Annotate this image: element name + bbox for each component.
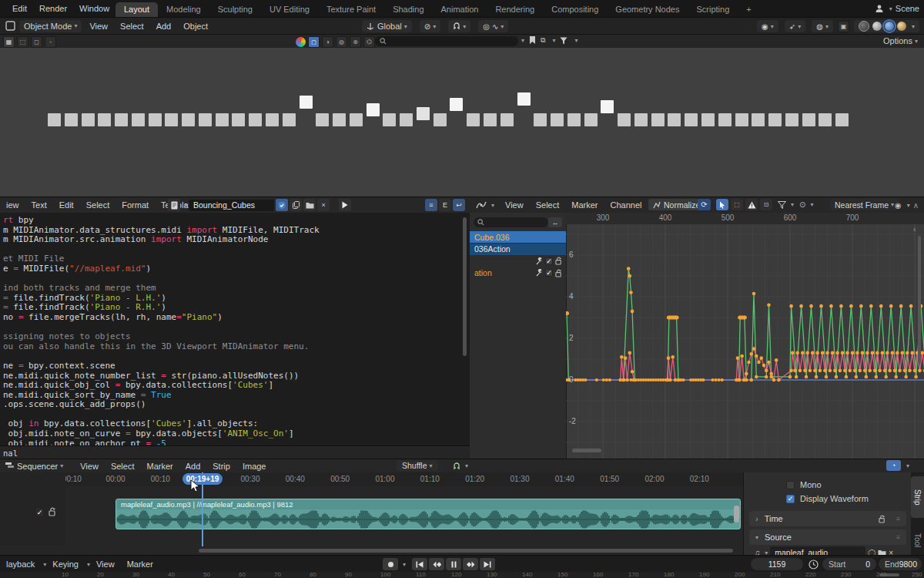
- chevron-down-icon[interactable]: ▾: [552, 37, 555, 44]
- cube[interactable]: [819, 113, 832, 126]
- editor-type-icon[interactable]: [5, 21, 15, 31]
- search-input[interactable]: [375, 36, 518, 46]
- text-name-field[interactable]: Bouncing_Cubes: [189, 200, 274, 211]
- warning-icon[interactable]: [745, 199, 758, 210]
- workspace-tab-animation[interactable]: Animation: [433, 2, 487, 17]
- text-menu-edit[interactable]: Edit: [53, 200, 80, 210]
- sequencer-label[interactable]: Sequencer: [17, 462, 58, 471]
- normalize-button[interactable]: Normalize: [648, 199, 705, 210]
- workspace-tab-texture-paint[interactable]: Texture Paint: [318, 2, 384, 17]
- cube[interactable]: [785, 113, 798, 126]
- clock-icon[interactable]: [808, 560, 819, 570]
- strip-handle[interactable]: [734, 506, 739, 523]
- graph-menu-marker[interactable]: Marker: [565, 200, 604, 210]
- channel-row-group[interactable]: ✓: [470, 255, 566, 267]
- viewport-menu-object[interactable]: Object: [177, 22, 214, 31]
- cube[interactable]: [484, 113, 497, 126]
- cube[interactable]: [149, 113, 162, 126]
- graph-hscrollbar[interactable]: [572, 449, 601, 452]
- rendered-shading-icon[interactable]: [897, 22, 906, 31]
- line-numbers-toggle-icon[interactable]: ≡: [425, 199, 437, 211]
- proportional-editing[interactable]: ◎∿▾: [478, 20, 508, 32]
- chevron-down-icon[interactable]: ▾: [465, 462, 468, 469]
- channel-search-input[interactable]: [474, 217, 548, 227]
- snap-dropdown[interactable]: Nearest Frame ▾: [830, 199, 899, 210]
- graph-menu-view[interactable]: View: [499, 200, 530, 210]
- cube[interactable]: [500, 113, 514, 126]
- panel-tab-tool[interactable]: Tool: [911, 523, 924, 558]
- cube[interactable]: [232, 113, 245, 126]
- cube[interactable]: [417, 107, 430, 120]
- proportional-icon[interactable]: ◉: [895, 201, 902, 210]
- chevron-down-icon[interactable]: ▾: [403, 561, 406, 568]
- sequencer-menu-add[interactable]: Add: [179, 462, 207, 471]
- select-cursor-icon[interactable]: [716, 199, 728, 210]
- mode-dropdown[interactable]: Object Mode ▾: [19, 20, 82, 32]
- cube[interactable]: [199, 113, 212, 126]
- cube[interactable]: [701, 113, 715, 126]
- text-editor-scrollbar[interactable]: [463, 217, 467, 356]
- run-script-button[interactable]: [339, 199, 351, 211]
- workspace-tab-uv-editing[interactable]: UV Editing: [261, 2, 318, 17]
- current-frame-field[interactable]: 1159: [751, 558, 803, 570]
- cube[interactable]: [668, 113, 681, 126]
- wireframe-shading-icon[interactable]: [859, 21, 869, 32]
- xray-toggle[interactable]: ▣: [838, 21, 849, 32]
- menu-window[interactable]: Window: [73, 4, 116, 13]
- shield-check-icon[interactable]: [276, 199, 288, 211]
- cube[interactable]: [383, 113, 396, 126]
- cube[interactable]: [651, 113, 665, 126]
- sequencer-menu-image[interactable]: Image: [236, 462, 273, 471]
- workspace-tab-sculpting[interactable]: Sculpting: [209, 2, 261, 17]
- cube[interactable]: [735, 113, 748, 126]
- channel-row-ation[interactable]: ation✓: [470, 267, 566, 279]
- orientation-dropdown[interactable]: Global ▾: [362, 20, 412, 32]
- cube[interactable]: [182, 113, 195, 126]
- solid-shading-icon[interactable]: [872, 22, 882, 31]
- sequencer-menu-strip[interactable]: Strip: [206, 462, 236, 471]
- ghost-curves-icon[interactable]: ⊡: [760, 199, 772, 210]
- timeline-menu-keying[interactable]: Keying: [46, 560, 85, 569]
- brush-icon[interactable]: ⌬: [363, 36, 375, 48]
- cube[interactable]: [567, 113, 581, 126]
- workspace-tab--[interactable]: +: [738, 2, 759, 17]
- channel-lock-icon[interactable]: [49, 507, 57, 516]
- fcurve-editor-icon[interactable]: [476, 200, 487, 210]
- workspace-tab-modeling[interactable]: Modeling: [158, 2, 209, 17]
- unlink-icon[interactable]: ×: [317, 199, 330, 211]
- magnet-icon[interactable]: [453, 462, 460, 470]
- source-panel-header[interactable]: ▾ Source ≡: [749, 529, 906, 545]
- overlay-toggle-icon[interactable]: ◔: [886, 460, 901, 471]
- shuffle-dropdown[interactable]: Shuffle ▾: [397, 460, 438, 471]
- code-area[interactable]: rt bpym MIDIAnimator.data_structures.mid…: [0, 214, 462, 445]
- text-menu-iew[interactable]: iew: [0, 200, 25, 210]
- lock-open-icon[interactable]: [555, 269, 563, 277]
- timeline-ruler-sliver[interactable]: 1020304050607080901001101201301401501601…: [0, 572, 924, 578]
- sequencer-menu-marker[interactable]: Marker: [140, 462, 179, 471]
- graph-menu-select[interactable]: Select: [530, 200, 566, 210]
- syntax-highlight-toggle-icon[interactable]: E: [439, 199, 451, 211]
- workspace-tab-geometry-nodes[interactable]: Geometry Nodes: [607, 2, 688, 17]
- collapse-arrow-icon[interactable]: ‹: [913, 225, 916, 234]
- visibility-dropdown[interactable]: ◉▾: [757, 20, 778, 32]
- cube[interactable]: [333, 113, 346, 126]
- select-lasso-tool-icon[interactable]: ⬞: [45, 36, 56, 48]
- cube[interactable]: [584, 113, 598, 126]
- cube[interactable]: [249, 113, 262, 126]
- normalize-range-icon[interactable]: ↔: [548, 217, 562, 227]
- cube[interactable]: [132, 113, 145, 126]
- chevron-down-icon[interactable]: ▾: [810, 201, 813, 208]
- graph-vscrollbar[interactable]: [918, 236, 921, 363]
- tweak-tool-icon[interactable]: ▦: [3, 36, 15, 48]
- scene-selector[interactable]: ▾ Scene: [875, 0, 919, 17]
- workspace-tab-scripting[interactable]: Scripting: [688, 2, 738, 17]
- jump-to-start-button[interactable]: [412, 558, 427, 570]
- cube[interactable]: [115, 113, 128, 126]
- channel-row-036Action[interactable]: 036Action: [470, 244, 566, 255]
- cube[interactable]: [316, 113, 329, 126]
- display-mode-icon[interactable]: ▢: [308, 36, 320, 48]
- text-menu-format[interactable]: Format: [116, 200, 155, 210]
- channel-mute-checkbox[interactable]: ✓: [35, 508, 44, 516]
- chevron-down-icon[interactable]: ▾: [906, 462, 909, 469]
- 3d-viewport[interactable]: [0, 48, 924, 197]
